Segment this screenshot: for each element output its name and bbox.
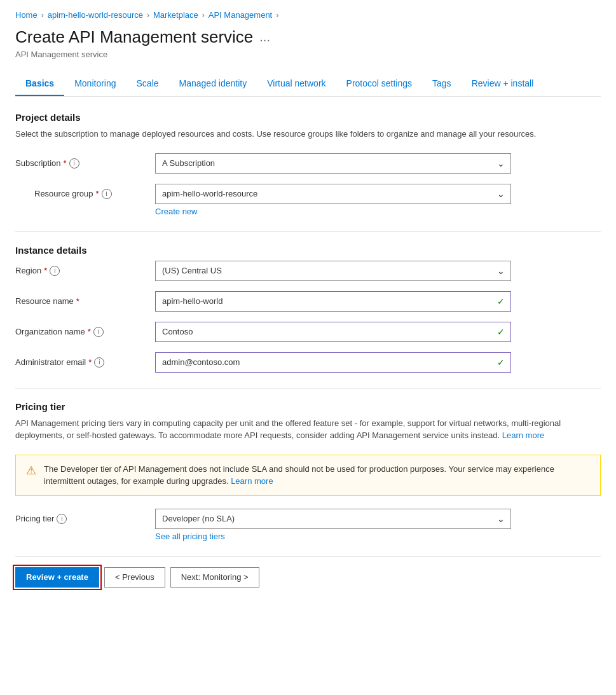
previous-button[interactable]: < Previous bbox=[104, 567, 165, 588]
pricing-tier-row: Pricing tier i Developer (no SLA) See al… bbox=[15, 509, 601, 541]
admin-email-info-icon[interactable]: i bbox=[94, 357, 104, 368]
pricing-learn-more-link[interactable]: Learn more bbox=[502, 430, 544, 440]
region-info-icon[interactable]: i bbox=[50, 266, 60, 276]
pricing-tier-info-icon[interactable]: i bbox=[57, 514, 67, 524]
resource-group-select[interactable]: apim-hello-world-resource bbox=[155, 184, 511, 204]
resource-name-control: ✓ bbox=[155, 291, 511, 312]
subscription-info-icon[interactable]: i bbox=[69, 158, 79, 169]
resource-name-row: Resource name * ✓ bbox=[15, 291, 601, 312]
organization-name-input[interactable] bbox=[155, 322, 511, 342]
region-select[interactable]: (US) Central US bbox=[155, 261, 511, 281]
breadcrumb: Home › apim-hello-world-resource › Marke… bbox=[15, 10, 601, 20]
pricing-tier-title: Pricing tier bbox=[15, 401, 601, 412]
region-control: (US) Central US bbox=[155, 261, 511, 281]
breadcrumb-home[interactable]: Home bbox=[15, 10, 38, 20]
organization-info-icon[interactable]: i bbox=[93, 327, 104, 337]
pricing-tier-control: Developer (no SLA) See all pricing tiers bbox=[155, 509, 511, 541]
admin-email-row: Administrator email * i ✓ bbox=[15, 352, 601, 373]
admin-email-label: Administrator email * i bbox=[15, 352, 155, 368]
resource-name-label: Resource name * bbox=[15, 291, 155, 306]
breadcrumb-api-management[interactable]: API Management bbox=[209, 10, 272, 20]
project-details-desc: Select the subscription to manage deploy… bbox=[15, 128, 601, 141]
organization-name-row: Organization name * i ✓ bbox=[15, 322, 601, 342]
organization-name-check-icon: ✓ bbox=[497, 327, 505, 337]
review-create-button[interactable]: Review + create bbox=[15, 567, 99, 588]
admin-email-check-icon: ✓ bbox=[497, 357, 505, 368]
instance-details-section: Instance details Region * i (US) Central… bbox=[15, 245, 601, 373]
subscription-control: A Subscription bbox=[155, 153, 511, 174]
page-subtitle: API Management service bbox=[15, 50, 601, 59]
pricing-tier-select-wrapper: Developer (no SLA) bbox=[155, 509, 511, 529]
breadcrumb-marketplace[interactable]: Marketplace bbox=[153, 10, 198, 20]
tab-protocol-settings[interactable]: Protocol settings bbox=[336, 72, 423, 96]
resource-group-row: Resource group * i apim-hello-world-reso… bbox=[15, 184, 601, 216]
warning-box: ⚠ The Developer tier of API Management d… bbox=[15, 455, 601, 496]
tabs: Basics Monitoring Scale Managed identity… bbox=[15, 72, 601, 97]
pricing-tier-desc: API Management pricing tiers vary in com… bbox=[15, 417, 601, 442]
pricing-tier-select[interactable]: Developer (no SLA) bbox=[155, 509, 511, 529]
next-button[interactable]: Next: Monitoring > bbox=[170, 567, 259, 588]
organization-name-control: ✓ bbox=[155, 322, 511, 342]
resource-group-label: Resource group * i bbox=[15, 184, 155, 199]
tab-tags[interactable]: Tags bbox=[422, 72, 462, 96]
resource-group-select-wrapper: apim-hello-world-resource bbox=[155, 184, 511, 204]
warning-learn-more-link[interactable]: Learn more bbox=[231, 476, 273, 486]
resource-name-input[interactable] bbox=[155, 291, 511, 312]
region-row: Region * i (US) Central US bbox=[15, 261, 601, 281]
resource-group-control: apim-hello-world-resource Create new bbox=[155, 184, 511, 216]
warning-icon: ⚠ bbox=[26, 464, 36, 478]
organization-name-label: Organization name * i bbox=[15, 322, 155, 337]
pricing-tier-label: Pricing tier i bbox=[15, 509, 155, 524]
create-new-link[interactable]: Create new bbox=[155, 207, 197, 216]
bottom-bar: Review + create < Previous Next: Monitor… bbox=[15, 556, 601, 598]
admin-email-input[interactable] bbox=[155, 352, 511, 373]
tab-scale[interactable]: Scale bbox=[127, 72, 169, 96]
subscription-label: Subscription * i bbox=[15, 153, 155, 169]
tab-managed-identity[interactable]: Managed identity bbox=[169, 72, 257, 96]
more-options-icon[interactable]: ... bbox=[259, 30, 270, 45]
page-title: Create API Management service ... bbox=[15, 27, 601, 47]
resource-group-info-icon[interactable]: i bbox=[102, 189, 112, 199]
subscription-select[interactable]: A Subscription bbox=[155, 153, 511, 174]
project-details-section: Project details Select the subscription … bbox=[15, 112, 601, 216]
project-details-title: Project details bbox=[15, 112, 601, 123]
warning-text: The Developer tier of API Management doe… bbox=[44, 463, 590, 488]
divider-1 bbox=[15, 231, 601, 232]
tab-basics[interactable]: Basics bbox=[15, 72, 64, 96]
region-label: Region * i bbox=[15, 261, 155, 276]
pricing-tier-section: Pricing tier API Management pricing tier… bbox=[15, 401, 601, 541]
region-select-wrapper: (US) Central US bbox=[155, 261, 511, 281]
subscription-select-wrapper: A Subscription bbox=[155, 153, 511, 174]
see-all-pricing-link[interactable]: See all pricing tiers bbox=[155, 532, 225, 541]
tab-review-install[interactable]: Review + install bbox=[462, 72, 544, 96]
admin-email-control: ✓ bbox=[155, 352, 511, 373]
breadcrumb-resource[interactable]: apim-hello-world-resource bbox=[48, 10, 143, 20]
tab-monitoring[interactable]: Monitoring bbox=[64, 72, 126, 96]
subscription-row: Subscription * i A Subscription bbox=[15, 153, 601, 174]
divider-2 bbox=[15, 388, 601, 389]
resource-name-check-icon: ✓ bbox=[497, 296, 505, 306]
tab-virtual-network[interactable]: Virtual network bbox=[257, 72, 336, 96]
instance-details-title: Instance details bbox=[15, 245, 601, 256]
